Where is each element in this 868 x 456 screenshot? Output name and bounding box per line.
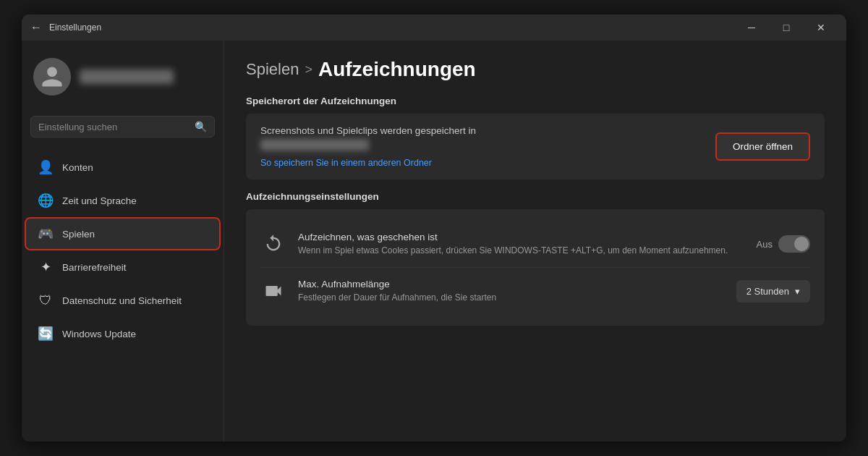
video-icon	[260, 278, 286, 304]
record-icon	[260, 231, 286, 257]
settings-card: Aufzeichnen, was geschehen ist Wenn im S…	[246, 209, 825, 326]
storage-description: Screenshots und Spielclips werden gespei…	[260, 125, 476, 136]
storage-link[interactable]: So speichern Sie in einem anderen Ordner	[260, 158, 476, 168]
record-desc: Wenn im Spiel etwas Cooles passiert, drü…	[298, 245, 745, 257]
record-toggle-container: Aus	[757, 235, 810, 253]
konten-icon: 👤	[38, 159, 54, 175]
breadcrumb-separator: >	[305, 62, 312, 77]
sidebar-item-barrierefreiheit[interactable]: ✦ Barrierefreiheit	[26, 252, 219, 282]
sidebar-item-label: Barrierefreiheit	[62, 262, 127, 273]
storage-path	[260, 139, 369, 151]
user-icon	[40, 64, 64, 89]
search-input[interactable]	[38, 122, 189, 132]
setting-row-maxlength: Max. Aufnahmelänge Festlegen der Dauer f…	[260, 268, 810, 314]
titlebar-controls: ─ □ ✕	[735, 16, 838, 39]
dropdown-value: 2 Stunden	[746, 286, 789, 297]
maxlength-text: Max. Aufnahmelänge Festlegen der Dauer f…	[298, 279, 725, 304]
sidebar-item-label: Zeit und Sprache	[62, 195, 137, 206]
sidebar-item-datenschutz[interactable]: 🛡 Datenschutz und Sicherheit	[26, 285, 219, 316]
storage-card: Screenshots und Spielclips werden gespei…	[246, 114, 825, 180]
titlebar: ← Einstellungen ─ □ ✕	[22, 14, 846, 41]
sidebar-item-zeit[interactable]: 🌐 Zeit und Sprache	[26, 185, 219, 216]
sidebar-item-windows-update[interactable]: 🔄 Windows Update	[26, 318, 219, 349]
back-icon[interactable]: ←	[30, 21, 42, 34]
record-toggle[interactable]	[778, 235, 810, 253]
main-panel: Spielen > Aufzeichnungen Speicherort der…	[224, 41, 846, 442]
breadcrumb-parent[interactable]: Spielen	[246, 60, 299, 79]
sidebar: 🔍 👤 Konten 🌐 Zeit und Sprache 🎮 Spielen …	[22, 41, 224, 442]
titlebar-left: ← Einstellungen	[30, 21, 101, 34]
settings-section-title: Aufzeichnungseinstellungen	[246, 191, 825, 202]
sidebar-item-spielen[interactable]: 🎮 Spielen	[26, 219, 219, 249]
maxlength-label: Max. Aufnahmelänge	[298, 279, 725, 290]
username-display	[80, 69, 174, 84]
storage-info: Screenshots und Spielclips werden gespei…	[260, 125, 476, 168]
record-text: Aufzeichnen, was geschehen ist Wenn im S…	[298, 232, 745, 257]
setting-row-record: Aufzeichnen, was geschehen ist Wenn im S…	[260, 221, 810, 268]
open-folder-button[interactable]: Ordner öffnen	[715, 132, 810, 161]
sidebar-item-label: Datenschutz und Sicherheit	[62, 295, 182, 306]
breadcrumb: Spielen > Aufzeichnungen	[246, 58, 825, 81]
barrierefreiheit-icon: ✦	[38, 259, 54, 275]
avatar	[33, 58, 71, 96]
user-section	[22, 52, 224, 110]
minimize-button[interactable]: ─	[735, 16, 768, 39]
close-button[interactable]: ✕	[804, 16, 838, 39]
windows-update-icon: 🔄	[38, 326, 54, 342]
search-box[interactable]: 🔍	[30, 116, 215, 138]
spielen-icon: 🎮	[38, 226, 54, 242]
maxlength-desc: Festlegen der Dauer für Aufnahmen, die S…	[298, 292, 725, 304]
chevron-down-icon: ▾	[795, 286, 800, 297]
sidebar-item-label: Konten	[62, 162, 93, 173]
zeit-icon: 🌐	[38, 193, 54, 208]
record-toggle-label: Aus	[757, 239, 773, 250]
sidebar-item-konten[interactable]: 👤 Konten	[26, 152, 219, 182]
content-area: 🔍 👤 Konten 🌐 Zeit und Sprache 🎮 Spielen …	[22, 41, 846, 442]
maximize-button[interactable]: □	[770, 16, 803, 39]
titlebar-title: Einstellungen	[49, 22, 101, 33]
maxlength-dropdown[interactable]: 2 Stunden ▾	[736, 280, 810, 303]
search-icon: 🔍	[195, 121, 207, 132]
sidebar-item-label: Spielen	[62, 229, 95, 240]
record-label: Aufzeichnen, was geschehen ist	[298, 232, 745, 242]
datenschutz-icon: 🛡	[38, 292, 54, 308]
storage-section-title: Speicherort der Aufzeichnungen	[246, 96, 825, 106]
breadcrumb-current: Aufzeichnungen	[318, 58, 476, 81]
sidebar-item-label: Windows Update	[62, 329, 136, 339]
settings-window: ← Einstellungen ─ □ ✕ 🔍	[22, 14, 846, 442]
